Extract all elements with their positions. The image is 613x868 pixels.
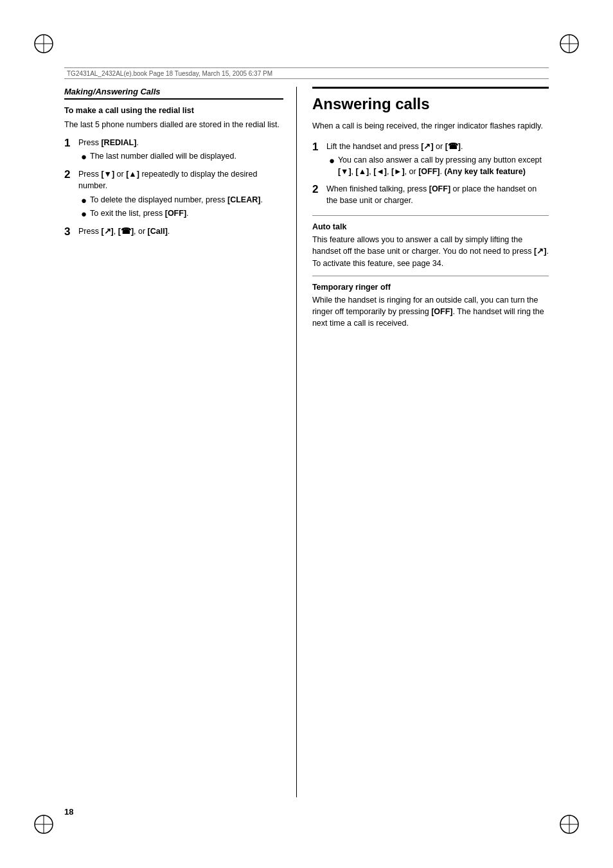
step-1: 1 Press [REDIAL]. ● The last number dial… (64, 137, 283, 164)
left-column: Making/Answering Calls To make a call us… (64, 87, 297, 797)
bullet-dot-2-1: ● (81, 195, 90, 206)
step-2-content: Press [▼] or [▲] repeatedly to display t… (78, 168, 283, 221)
right-step-2-content: When finished talking, press [OFF] or pl… (326, 183, 549, 209)
corner-mark-br (558, 813, 581, 836)
step-2: 2 Press [▼] or [▲] repeatedly to display… (64, 168, 283, 221)
corner-mark-tr (558, 32, 581, 55)
step-2-bullet-1-text: To delete the displayed number, press [C… (90, 195, 283, 206)
content-area: Making/Answering Calls To make a call us… (64, 87, 549, 797)
right-step-2-main: When finished talking, press [OFF] or pl… (326, 183, 549, 206)
temp-ringer-heading: Temporary ringer off (312, 283, 549, 292)
left-intro: The last 5 phone numbers dialled are sto… (64, 119, 283, 130)
right-step-1: 1 Lift the handset and press [↗] or [☎].… (312, 141, 549, 179)
step-2-bullet-2: ● To exit the list, press [OFF]. (81, 208, 283, 220)
divider-1 (312, 215, 549, 216)
page-number: 18 (64, 807, 73, 817)
step-2-bullets: ● To delete the displayed number, press … (81, 195, 283, 220)
bullet-dot-1-1: ● (81, 151, 90, 163)
step-1-bullet-1: ● The last number dialled will be displa… (81, 151, 283, 163)
right-intro: When a call is being received, the ringe… (312, 120, 549, 132)
step-2-bullet-1: ● To delete the displayed number, press … (81, 195, 283, 206)
section-heading: Making/Answering Calls (64, 87, 283, 100)
header-bar: TG2431AL_2432AL(e).book Page 18 Tuesday,… (64, 67, 549, 79)
temp-ringer-body: While the handset is ringing for an outs… (312, 294, 549, 329)
auto-talk-heading: Auto talk (312, 222, 549, 231)
right-column: Answering calls When a call is being rec… (297, 87, 549, 797)
step-1-main: Press [REDIAL]. (78, 137, 283, 148)
step-2-bullet-2-text: To exit the list, press [OFF]. (90, 208, 283, 220)
right-step-2: 2 When finished talking, press [OFF] or … (312, 183, 549, 209)
step-2-number: 2 (64, 168, 78, 181)
right-step-1-content: Lift the handset and press [↗] or [☎]. ●… (326, 141, 549, 179)
step-1-bullets: ● The last number dialled will be displa… (81, 151, 283, 163)
step-3-main: Press [↗], [☎], or [Call]. (78, 226, 283, 237)
header-bar-text: TG2431AL_2432AL(e).book Page 18 Tuesday,… (64, 69, 275, 78)
divider-2 (312, 276, 549, 276)
step-3: 3 Press [↗], [☎], or [Call]. (64, 226, 283, 240)
left-sub-heading: To make a call using the redial list (64, 106, 283, 115)
corner-mark-tl (32, 32, 55, 55)
right-step-1-bullets: ● You can also answer a call by pressing… (329, 155, 549, 177)
bullet-dot-2-2: ● (81, 208, 90, 220)
auto-talk-body: This feature allows you to answer a call… (312, 234, 549, 269)
right-step-2-number: 2 (312, 183, 326, 196)
bullet-dot-r1-1: ● (329, 155, 338, 166)
step-3-number: 3 (64, 226, 78, 238)
step-1-bullet-1-text: The last number dialled will be displaye… (90, 151, 283, 163)
right-step-1-number: 1 (312, 141, 326, 154)
right-title: Answering calls (312, 87, 549, 114)
right-step-1-main: Lift the handset and press [↗] or [☎]. (326, 141, 549, 152)
right-step-1-bullet-1-text: You can also answer a call by pressing a… (338, 155, 549, 177)
step-3-content: Press [↗], [☎], or [Call]. (78, 226, 283, 240)
right-step-1-bullet-1: ● You can also answer a call by pressing… (329, 155, 549, 177)
step-2-main: Press [▼] or [▲] repeatedly to display t… (78, 168, 283, 191)
corner-mark-bl (32, 813, 55, 836)
step-1-content: Press [REDIAL]. ● The last number dialle… (78, 137, 283, 164)
step-1-number: 1 (64, 137, 78, 150)
page: TG2431AL_2432AL(e).book Page 18 Tuesday,… (0, 0, 613, 868)
